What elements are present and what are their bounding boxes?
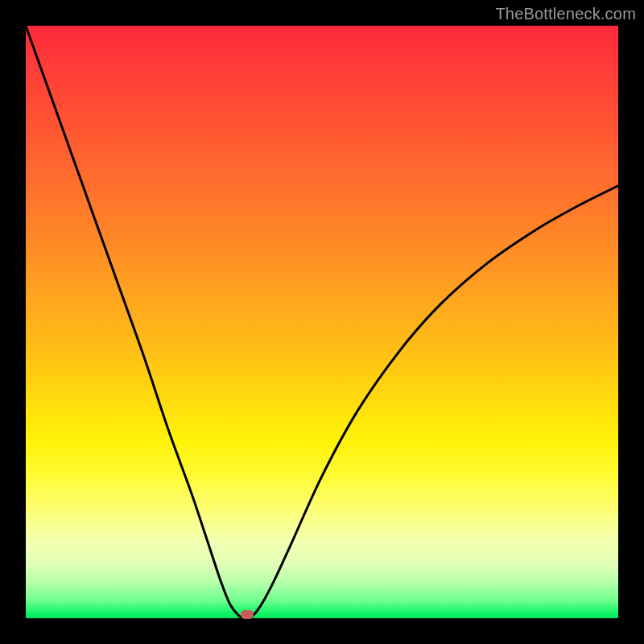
- plot-area: [26, 26, 618, 618]
- optimum-marker: [241, 610, 254, 619]
- watermark-text: TheBottleneck.com: [495, 5, 636, 23]
- chart-frame: TheBottleneck.com: [0, 0, 644, 644]
- bottleneck-curve: [26, 26, 618, 618]
